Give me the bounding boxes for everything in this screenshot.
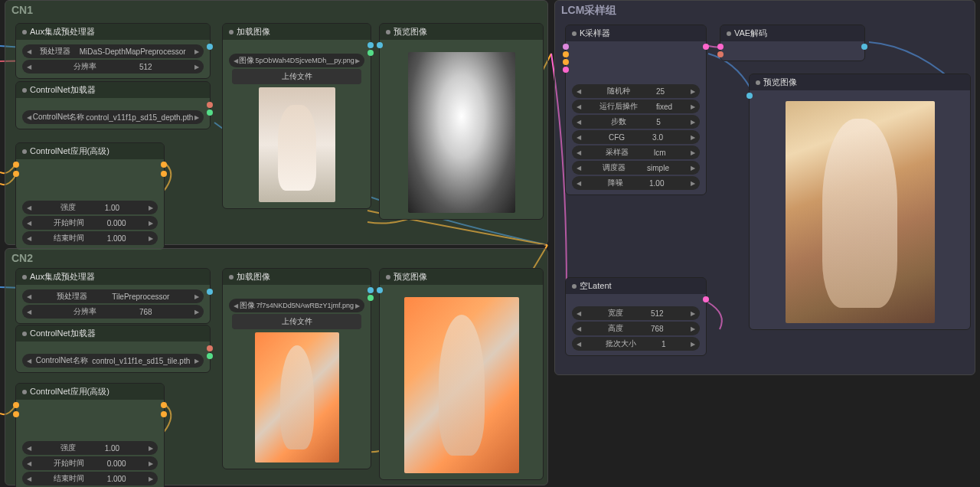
chevron-right-icon[interactable]: ▶ xyxy=(691,103,695,110)
chevron-right-icon[interactable]: ▶ xyxy=(691,341,695,348)
node-header[interactable]: ControlNet应用(高级) xyxy=(16,143,164,159)
chevron-left-icon[interactable]: ◀ xyxy=(234,302,238,309)
input-port[interactable] xyxy=(13,162,19,168)
chevron-right-icon[interactable]: ▶ xyxy=(149,235,153,242)
widget-width[interactable]: ◀宽度512▶ xyxy=(572,306,700,320)
output-port[interactable] xyxy=(207,353,213,359)
chevron-right-icon[interactable]: ▶ xyxy=(149,476,153,482)
chevron-left-icon[interactable]: ◀ xyxy=(27,358,31,364)
chevron-left-icon[interactable]: ◀ xyxy=(577,134,581,141)
output-port[interactable] xyxy=(368,287,374,293)
input-port[interactable] xyxy=(746,93,753,99)
widget-start[interactable]: ◀开始时间0.000▶ xyxy=(22,456,158,470)
input-port[interactable] xyxy=(563,59,569,65)
node-empty-latent[interactable]: 空Latent ◀宽度512▶ ◀高度768▶ ◀批次大小1▶ xyxy=(565,277,707,356)
node-header[interactable]: 预览图像 xyxy=(750,74,970,90)
chevron-left-icon[interactable]: ◀ xyxy=(27,309,31,315)
chevron-left-icon[interactable]: ◀ xyxy=(27,204,31,211)
chevron-left-icon[interactable]: ◀ xyxy=(27,48,31,55)
node-header[interactable]: K采样器 xyxy=(566,25,706,41)
chevron-right-icon[interactable]: ▶ xyxy=(149,220,153,227)
output-port[interactable] xyxy=(207,102,213,108)
chevron-right-icon[interactable]: ▶ xyxy=(691,310,695,317)
widget-resolution[interactable]: ◀分辨率768▶ xyxy=(22,305,204,319)
output-port[interactable] xyxy=(161,402,167,408)
widget-scheduler[interactable]: ◀调度器simple▶ xyxy=(572,161,700,175)
node-ksampler[interactable]: K采样器 ◀随机种25▶ ◀运行后操作fixed▶ ◀步数5▶ ◀CFG3.0▶… xyxy=(565,25,707,195)
node-header[interactable]: Aux集成预处理器 xyxy=(16,24,210,40)
output-port[interactable] xyxy=(368,295,374,301)
input-port[interactable] xyxy=(717,44,724,50)
chevron-left-icon[interactable]: ◀ xyxy=(27,235,31,242)
output-port[interactable] xyxy=(207,44,213,50)
chevron-left-icon[interactable]: ◀ xyxy=(27,445,31,452)
chevron-right-icon[interactable]: ▶ xyxy=(194,309,199,315)
output-port[interactable] xyxy=(161,162,167,168)
widget-end[interactable]: ◀结束时间1.000▶ xyxy=(22,231,158,245)
widget-controlnet-name[interactable]: ◀ControlNet名称control_v11f1e_sd15_tile.pt… xyxy=(22,354,204,368)
chevron-right-icon[interactable]: ▶ xyxy=(691,325,695,332)
widget-start[interactable]: ◀开始时间0.000▶ xyxy=(22,216,158,230)
node-header[interactable]: Aux集成预处理器 xyxy=(16,269,210,285)
widget-image-file[interactable]: ◀图像5pObWah4DSjcveMDh__py.png▶ xyxy=(229,54,364,67)
widget-strength[interactable]: ◀强度1.00▶ xyxy=(22,441,158,455)
node-load-image-cn2[interactable]: 加载图像 ◀图像7f7s4NKDd5NAwRBzY1jmf.png▶ 上传文件 xyxy=(222,268,371,469)
chevron-right-icon[interactable]: ▶ xyxy=(691,119,695,126)
chevron-left-icon[interactable]: ◀ xyxy=(577,341,581,348)
node-controlnet-loader-cn2[interactable]: ControlNet加载器 ◀ControlNet名称control_v11f1… xyxy=(15,325,211,373)
output-port[interactable] xyxy=(861,44,867,50)
node-header[interactable]: ControlNet加载器 xyxy=(16,325,210,342)
node-load-image-cn1[interactable]: 加载图像 ◀图像5pObWah4DSjcveMDh__py.png▶ 上传文件 xyxy=(222,23,371,209)
widget-denoise[interactable]: ◀降噪1.00▶ xyxy=(572,176,700,190)
chevron-left-icon[interactable]: ◀ xyxy=(577,180,581,187)
chevron-left-icon[interactable]: ◀ xyxy=(27,460,31,467)
chevron-left-icon[interactable]: ◀ xyxy=(27,476,31,482)
upload-button[interactable]: 上传文件 xyxy=(232,69,361,84)
widget-seed[interactable]: ◀随机种25▶ xyxy=(572,84,700,98)
chevron-left-icon[interactable]: ◀ xyxy=(27,64,31,70)
node-header[interactable]: 预览图像 xyxy=(380,269,543,285)
widget-batch[interactable]: ◀批次大小1▶ xyxy=(572,337,700,351)
chevron-left-icon[interactable]: ◀ xyxy=(577,149,581,156)
chevron-left-icon[interactable]: ◀ xyxy=(577,119,581,126)
node-controlnet-apply-cn1[interactable]: ControlNet应用(高级) ◀强度1.00▶ ◀开始时间0.000▶ ◀结… xyxy=(15,142,165,250)
input-port[interactable] xyxy=(13,402,19,408)
node-header[interactable]: 加载图像 xyxy=(223,269,371,285)
output-port[interactable] xyxy=(368,42,374,48)
chevron-right-icon[interactable]: ▶ xyxy=(194,114,199,121)
widget-preprocessor[interactable]: ◀预处理器TilePreprocessor▶ xyxy=(22,289,204,303)
chevron-right-icon[interactable]: ▶ xyxy=(194,293,199,300)
chevron-right-icon[interactable]: ▶ xyxy=(691,149,695,156)
node-aux-preprocessor-cn1[interactable]: Aux集成预处理器 ◀预处理器MiDaS-DepthMapPreprocesso… xyxy=(15,23,211,79)
input-port[interactable] xyxy=(717,51,724,57)
chevron-right-icon[interactable]: ▶ xyxy=(149,460,153,467)
widget-controlnet-name[interactable]: ◀ControlNet名称control_v11f1p_sd15_depth.p… xyxy=(22,110,204,124)
output-port[interactable] xyxy=(161,171,167,177)
input-port[interactable] xyxy=(563,51,569,57)
chevron-right-icon[interactable]: ▶ xyxy=(149,445,153,452)
widget-steps[interactable]: ◀步数5▶ xyxy=(572,115,700,129)
chevron-left-icon[interactable]: ◀ xyxy=(577,88,581,95)
chevron-left-icon[interactable]: ◀ xyxy=(27,293,31,300)
widget-strength[interactable]: ◀强度1.00▶ xyxy=(22,201,158,214)
input-port[interactable] xyxy=(377,287,383,293)
chevron-left-icon[interactable]: ◀ xyxy=(577,165,581,172)
node-header[interactable]: ControlNet加载器 xyxy=(16,82,210,98)
input-port[interactable] xyxy=(563,67,569,73)
output-port[interactable] xyxy=(161,411,167,417)
node-header[interactable]: 预览图像 xyxy=(380,24,543,40)
widget-preprocessor[interactable]: ◀预处理器MiDaS-DepthMapPreprocessor▶ xyxy=(22,44,204,58)
output-port[interactable] xyxy=(703,44,709,50)
chevron-left-icon[interactable]: ◀ xyxy=(577,103,581,110)
node-controlnet-loader-cn1[interactable]: ControlNet加载器 ◀ControlNet名称control_v11f1… xyxy=(15,81,211,129)
chevron-right-icon[interactable]: ▶ xyxy=(691,88,695,95)
input-port[interactable] xyxy=(13,411,19,417)
widget-end[interactable]: ◀结束时间1.000▶ xyxy=(22,472,158,485)
node-vae-decode[interactable]: VAE解码 xyxy=(720,25,865,61)
chevron-right-icon[interactable]: ▶ xyxy=(691,165,695,172)
output-port[interactable] xyxy=(207,345,213,351)
output-port[interactable] xyxy=(207,289,213,295)
upload-button[interactable]: 上传文件 xyxy=(232,314,361,329)
output-port[interactable] xyxy=(368,50,374,56)
chevron-right-icon[interactable]: ▶ xyxy=(691,134,695,141)
